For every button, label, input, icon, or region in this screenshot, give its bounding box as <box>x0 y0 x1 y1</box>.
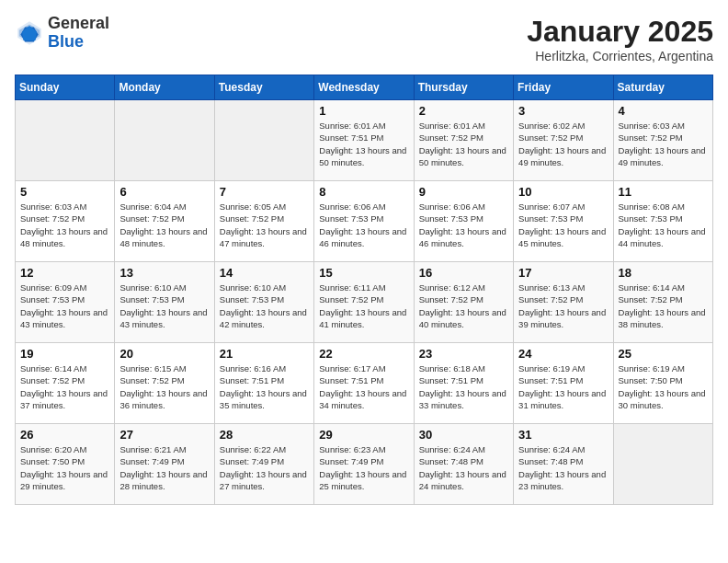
day-info: Sunrise: 6:13 AMSunset: 7:52 PMDaylight:… <box>518 282 608 330</box>
calendar-cell: 16Sunrise: 6:12 AMSunset: 7:52 PMDayligh… <box>414 262 513 343</box>
calendar-header: Sunday Monday Tuesday Wednesday Thursday… <box>16 75 713 100</box>
calendar-cell <box>214 100 313 181</box>
day-number: 17 <box>518 266 608 280</box>
page-header: General Blue January 2025 Herlitzka, Cor… <box>15 15 713 63</box>
logo-icon <box>15 18 44 48</box>
calendar-cell: 9Sunrise: 6:06 AMSunset: 7:53 PMDaylight… <box>414 181 513 262</box>
title-block: January 2025 Herlitzka, Corrientes, Arge… <box>527 15 713 63</box>
calendar-cell: 15Sunrise: 6:11 AMSunset: 7:52 PMDayligh… <box>314 262 414 343</box>
calendar-cell <box>115 100 214 181</box>
day-number: 1 <box>319 104 408 118</box>
calendar-week-1: 1Sunrise: 6:01 AMSunset: 7:51 PMDaylight… <box>16 100 713 181</box>
day-number: 23 <box>419 347 508 361</box>
day-number: 12 <box>20 266 109 280</box>
days-of-week-row: Sunday Monday Tuesday Wednesday Thursday… <box>16 75 713 100</box>
calendar-cell: 23Sunrise: 6:18 AMSunset: 7:51 PMDayligh… <box>414 343 513 424</box>
day-number: 18 <box>619 266 708 280</box>
day-number: 27 <box>119 428 209 442</box>
day-number: 9 <box>419 185 508 199</box>
day-info: Sunrise: 6:06 AMSunset: 7:53 PMDaylight:… <box>419 201 508 249</box>
calendar-cell: 22Sunrise: 6:17 AMSunset: 7:51 PMDayligh… <box>314 343 414 424</box>
calendar-cell: 3Sunrise: 6:02 AMSunset: 7:52 PMDaylight… <box>514 100 613 181</box>
logo-general-text: General <box>48 15 109 33</box>
day-info: Sunrise: 6:12 AMSunset: 7:52 PMDaylight:… <box>419 282 508 330</box>
day-info: Sunrise: 6:01 AMSunset: 7:52 PMDaylight:… <box>419 120 508 168</box>
day-info: Sunrise: 6:19 AMSunset: 7:50 PMDaylight:… <box>619 362 708 411</box>
day-info: Sunrise: 6:21 AMSunset: 7:49 PMDaylight:… <box>119 443 209 492</box>
day-number: 8 <box>319 185 408 199</box>
header-wednesday: Wednesday <box>314 75 414 100</box>
calendar-cell: 4Sunrise: 6:03 AMSunset: 7:52 PMDaylight… <box>613 100 712 181</box>
calendar-cell <box>16 100 115 181</box>
header-saturday: Saturday <box>613 75 712 100</box>
day-info: Sunrise: 6:09 AMSunset: 7:53 PMDaylight:… <box>20 282 109 330</box>
calendar-cell: 8Sunrise: 6:06 AMSunset: 7:53 PMDaylight… <box>314 181 414 262</box>
header-friday: Friday <box>514 75 613 100</box>
day-number: 26 <box>20 428 109 442</box>
day-info: Sunrise: 6:07 AMSunset: 7:53 PMDaylight:… <box>518 201 608 249</box>
calendar-cell: 13Sunrise: 6:10 AMSunset: 7:53 PMDayligh… <box>115 262 214 343</box>
calendar-week-2: 5Sunrise: 6:03 AMSunset: 7:52 PMDaylight… <box>16 181 713 262</box>
day-info: Sunrise: 6:11 AMSunset: 7:52 PMDaylight:… <box>319 282 408 330</box>
calendar-cell: 18Sunrise: 6:14 AMSunset: 7:52 PMDayligh… <box>613 262 712 343</box>
calendar-cell: 14Sunrise: 6:10 AMSunset: 7:53 PMDayligh… <box>214 262 313 343</box>
day-info: Sunrise: 6:06 AMSunset: 7:53 PMDaylight:… <box>319 201 408 249</box>
day-number: 11 <box>619 185 708 199</box>
logo-text: General Blue <box>48 15 109 52</box>
day-info: Sunrise: 6:17 AMSunset: 7:51 PMDaylight:… <box>319 362 408 411</box>
location-subtitle: Herlitzka, Corrientes, Argentina <box>527 49 713 63</box>
calendar-table: Sunday Monday Tuesday Wednesday Thursday… <box>15 75 713 505</box>
day-number: 5 <box>20 185 109 199</box>
logo: General Blue <box>15 15 109 52</box>
calendar-cell: 28Sunrise: 6:22 AMSunset: 7:49 PMDayligh… <box>214 424 313 505</box>
day-number: 14 <box>220 266 309 280</box>
day-number: 20 <box>119 347 209 361</box>
logo-blue-text: Blue <box>48 33 109 52</box>
day-number: 30 <box>419 428 508 442</box>
day-info: Sunrise: 6:02 AMSunset: 7:52 PMDaylight:… <box>518 120 608 168</box>
day-number: 16 <box>419 266 508 280</box>
day-number: 15 <box>319 266 408 280</box>
calendar-cell: 7Sunrise: 6:05 AMSunset: 7:52 PMDaylight… <box>214 181 313 262</box>
calendar-cell: 11Sunrise: 6:08 AMSunset: 7:53 PMDayligh… <box>613 181 712 262</box>
month-title: January 2025 <box>527 15 713 49</box>
day-info: Sunrise: 6:22 AMSunset: 7:49 PMDaylight:… <box>220 443 309 492</box>
day-number: 25 <box>619 347 708 361</box>
day-number: 19 <box>20 347 109 361</box>
day-number: 3 <box>518 104 608 118</box>
day-info: Sunrise: 6:24 AMSunset: 7:48 PMDaylight:… <box>518 443 608 492</box>
calendar-cell: 17Sunrise: 6:13 AMSunset: 7:52 PMDayligh… <box>514 262 613 343</box>
day-number: 28 <box>220 428 309 442</box>
calendar-cell: 26Sunrise: 6:20 AMSunset: 7:50 PMDayligh… <box>16 424 115 505</box>
day-info: Sunrise: 6:19 AMSunset: 7:51 PMDaylight:… <box>518 362 608 411</box>
calendar-week-3: 12Sunrise: 6:09 AMSunset: 7:53 PMDayligh… <box>16 262 713 343</box>
calendar-cell: 10Sunrise: 6:07 AMSunset: 7:53 PMDayligh… <box>514 181 613 262</box>
day-info: Sunrise: 6:08 AMSunset: 7:53 PMDaylight:… <box>619 201 708 249</box>
calendar-cell: 29Sunrise: 6:23 AMSunset: 7:49 PMDayligh… <box>314 424 414 505</box>
day-info: Sunrise: 6:14 AMSunset: 7:52 PMDaylight:… <box>20 362 109 411</box>
calendar-cell <box>613 424 712 505</box>
day-number: 31 <box>518 428 608 442</box>
day-number: 29 <box>319 428 408 442</box>
calendar-cell: 2Sunrise: 6:01 AMSunset: 7:52 PMDaylight… <box>414 100 513 181</box>
calendar-body: 1Sunrise: 6:01 AMSunset: 7:51 PMDaylight… <box>16 100 713 505</box>
day-number: 4 <box>619 104 708 118</box>
day-info: Sunrise: 6:23 AMSunset: 7:49 PMDaylight:… <box>319 443 408 492</box>
day-number: 21 <box>220 347 309 361</box>
day-info: Sunrise: 6:01 AMSunset: 7:51 PMDaylight:… <box>319 120 408 168</box>
day-info: Sunrise: 6:20 AMSunset: 7:50 PMDaylight:… <box>20 443 109 492</box>
header-thursday: Thursday <box>414 75 513 100</box>
calendar-cell: 27Sunrise: 6:21 AMSunset: 7:49 PMDayligh… <box>115 424 214 505</box>
day-info: Sunrise: 6:04 AMSunset: 7:52 PMDaylight:… <box>119 201 209 249</box>
day-info: Sunrise: 6:03 AMSunset: 7:52 PMDaylight:… <box>619 120 708 168</box>
day-number: 10 <box>518 185 608 199</box>
calendar-cell: 1Sunrise: 6:01 AMSunset: 7:51 PMDaylight… <box>314 100 414 181</box>
calendar-cell: 12Sunrise: 6:09 AMSunset: 7:53 PMDayligh… <box>16 262 115 343</box>
header-tuesday: Tuesday <box>214 75 313 100</box>
calendar-cell: 20Sunrise: 6:15 AMSunset: 7:52 PMDayligh… <box>115 343 214 424</box>
day-info: Sunrise: 6:10 AMSunset: 7:53 PMDaylight:… <box>220 282 309 330</box>
calendar-cell: 6Sunrise: 6:04 AMSunset: 7:52 PMDaylight… <box>115 181 214 262</box>
day-info: Sunrise: 6:15 AMSunset: 7:52 PMDaylight:… <box>119 362 209 411</box>
calendar-cell: 24Sunrise: 6:19 AMSunset: 7:51 PMDayligh… <box>514 343 613 424</box>
calendar-week-4: 19Sunrise: 6:14 AMSunset: 7:52 PMDayligh… <box>16 343 713 424</box>
